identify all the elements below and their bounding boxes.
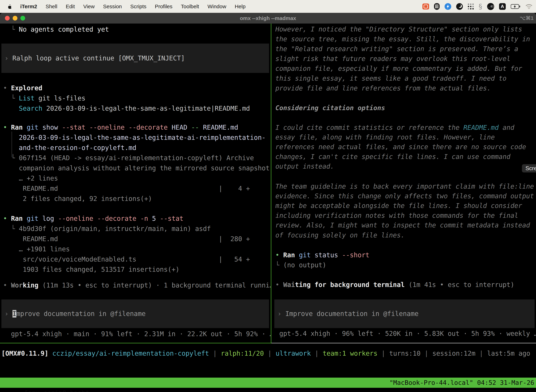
text-segment: of focusing solely on file lines. (275, 232, 405, 239)
text-segment (54, 215, 58, 222)
menu-item-iterm2[interactable]: iTerm2 (20, 4, 37, 9)
battery-monitor-icon[interactable]: ..61 (487, 3, 494, 10)
terminal-line: Considering citation options (274, 103, 536, 113)
terminal-line: provide file and line references from th… (274, 83, 536, 93)
pane-border-bottom-right (271, 343, 536, 343)
text-segment: -n (140, 215, 148, 222)
text-segment: the "Related research writing" section i… (275, 45, 518, 53)
text-segment (93, 215, 97, 222)
text-segment: README.md (203, 124, 238, 131)
terminal-line: companion analysis without altering the … (0, 163, 271, 173)
text-segment: However, I noticed the "Directory Struct… (275, 25, 522, 33)
menu-item-session[interactable]: Session (103, 4, 122, 9)
text-cursor: I (13, 310, 16, 317)
text-segment: 2026-03-09-is-legal-the-same-as-legitima… (42, 105, 250, 112)
input-source-icon[interactable]: A (499, 3, 506, 10)
text-segment: and (499, 124, 514, 131)
text-segment: -- (191, 124, 199, 131)
tmux-session-label[interactable]: [omx-cczip0:bash* (23, 389, 89, 392)
text-segment: I could cite commit statistics or refere… (275, 124, 463, 131)
screen-recording-icon[interactable] (422, 4, 429, 9)
text-segment (187, 124, 191, 131)
text-segment: might be acceptable alongside the file l… (275, 202, 522, 210)
text-segment: git (299, 251, 311, 259)
text-segment (295, 251, 299, 259)
text-segment: including verification notes with those … (275, 212, 518, 219)
text-segment (311, 251, 315, 259)
terminal-line: However, I noticed the "Directory Struct… (274, 24, 536, 34)
terminal-line: review. Also, I might want to inspect th… (274, 220, 536, 230)
text-segment: • (3, 215, 11, 222)
prompt-input-left[interactable]: › Improve documentation in @filename (1, 299, 269, 328)
text-segment: git (27, 215, 38, 222)
text-segment: … +2 lines (3, 175, 58, 182)
title-bar: omx --xhigh --madmax ⌥⌘1 (0, 13, 536, 23)
menu-item-shell[interactable]: Shell (46, 4, 57, 9)
terminal-line: The team guideline is to back every impo… (274, 182, 536, 191)
text-segment: mprove documentation in @filename (16, 310, 146, 317)
prompt-input-right[interactable]: › Improve documentation in @filename (274, 299, 535, 328)
terminal-line: evidence. Since this change only affects… (274, 191, 536, 201)
text-segment: --decorate (97, 215, 136, 222)
terminal-line: … +2 lines (0, 173, 271, 183)
text-segment: README.md | 4 + (3, 185, 250, 192)
terminal-line: … +1901 lines (0, 244, 271, 254)
text-segment: and-the-erosion-of-copyleft.md (3, 144, 136, 152)
ralph-loop-banner: › Ralph loop active continue [OMX_TMUX_I… (1, 44, 269, 73)
text-segment: session:12m (432, 350, 475, 357)
terminal-line: changes, I can't cite specific file line… (274, 152, 536, 162)
menu-item-window[interactable]: Window (207, 4, 226, 9)
text-segment: show (42, 124, 58, 131)
apple-icon[interactable] (7, 4, 12, 9)
text-segment: | (264, 350, 276, 357)
text-segment (148, 215, 152, 222)
menu-item-edit[interactable]: Edit (66, 4, 75, 9)
text-segment: --stat (160, 215, 183, 222)
terminal-line: • Ran git log --oneline --decorate -n 5 … (0, 214, 271, 224)
text-segment (168, 124, 172, 131)
screen-tooltip[interactable]: Scre (522, 164, 536, 173)
pane-left[interactable]: › Ralph loop active continue [OMX_TMUX_I… (0, 23, 271, 343)
text-segment: ultrawork (276, 350, 311, 357)
menu-item-toolbelt[interactable]: Toolbelt (181, 4, 199, 9)
terminal-line: • Explored (0, 83, 271, 93)
wifi-icon[interactable] (526, 4, 532, 9)
dots-grid-icon[interactable] (468, 4, 474, 9)
battery-icon[interactable] (511, 4, 521, 9)
shield-grid-icon[interactable] (434, 3, 440, 10)
terminal-line: the source tree, missing the essay. Stil… (274, 34, 536, 44)
tmux-status-bar: [omx-cczip0:bash* "MacBook-Pro-44.local"… (0, 378, 536, 388)
terminal-line: src/voice/voiceModeEnabled.ts | 54 + (0, 254, 271, 265)
text-segment: --decorate (129, 124, 168, 131)
text-segment: | (209, 350, 221, 357)
text-segment (156, 215, 160, 222)
terminal-line: • Working (11m 13s • esc to interrupt) ·… (0, 280, 271, 290)
battery-monitor-label: ..61 (488, 5, 494, 8)
text-segment: --stat (62, 124, 86, 131)
crescent-icon[interactable] (456, 3, 463, 10)
text-segment: (11m 13s • esc to interrupt) · 1 backgro… (38, 281, 271, 289)
pane-right[interactable]: › Improve documentation in @filename How… (274, 23, 536, 343)
terminal-line: the "Related research writing" section i… (274, 44, 536, 54)
text-segment: └ (3, 225, 19, 233)
terminal-line: └ No agents completed yet (0, 24, 271, 35)
blue-bolt-icon[interactable] (445, 3, 451, 10)
text-segment: Ran (283, 251, 295, 259)
text-segment: └ (3, 154, 19, 162)
menu-item-view[interactable]: View (83, 4, 95, 9)
text-segment: • (275, 251, 283, 259)
tmux-host-clock: "MacBook-Pro-44.local" 04:52 31-Mar-26 (389, 378, 534, 388)
text-segment: › (5, 54, 13, 62)
text-segment: Wai (283, 281, 295, 289)
menu-item-help[interactable]: Help (235, 4, 246, 9)
text-segment: 1903 files changed, 513517 insertions(+) (3, 266, 179, 273)
squiggle-icon[interactable]: § (479, 3, 482, 10)
text-segment: • (3, 124, 11, 131)
menu-item-scripts[interactable]: Scripts (130, 4, 147, 9)
text-segment: gpt-5.4 xhigh · main · 91% left · 2.31M … (3, 330, 271, 338)
pane-divider-vertical[interactable] (271, 23, 271, 343)
menu-item-profiles[interactable]: Profiles (155, 4, 172, 9)
text-segment (338, 251, 342, 259)
text-segment: evidence. Since this change only affects… (275, 192, 534, 200)
text-segment: git (27, 124, 38, 131)
